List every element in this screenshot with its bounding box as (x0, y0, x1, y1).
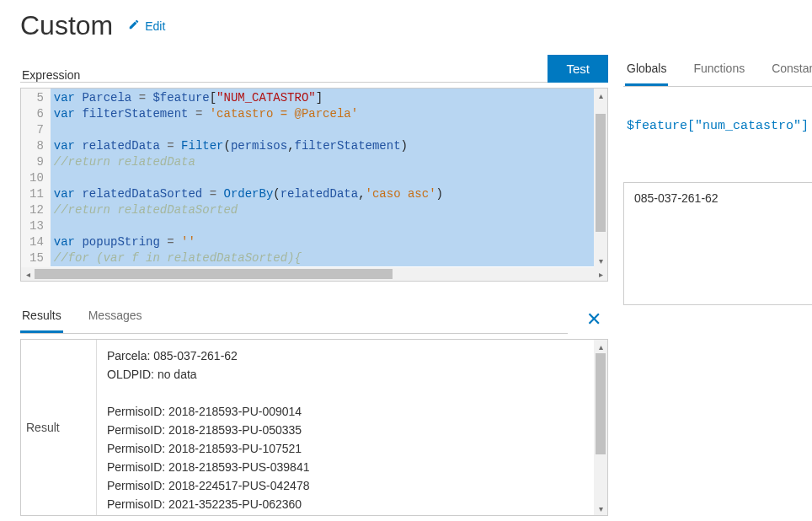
scroll-left-icon[interactable]: ◂ (21, 267, 35, 281)
tab-constants[interactable]: Constan (770, 55, 812, 86)
scroll-right-icon[interactable]: ▸ (594, 267, 607, 281)
code-editor[interactable]: 5678910111213141516 var Parcela = $featu… (20, 88, 608, 282)
scroll-down-icon[interactable]: ▾ (594, 502, 607, 515)
global-value-box: 085-037-261-62 (623, 182, 812, 305)
tab-globals[interactable]: Globals (625, 55, 668, 86)
page-title: Custom (20, 10, 113, 41)
result-vertical-scrollbar[interactable]: ▴ ▾ (594, 340, 607, 515)
code-gutter: 5678910111213141516 (21, 89, 51, 267)
test-button[interactable]: Test (548, 55, 608, 83)
edit-button[interactable]: Edit (128, 19, 165, 33)
scroll-thumb[interactable] (596, 114, 606, 232)
result-output: Parcela: 085-037-261-62OLDPID: no data P… (97, 340, 594, 515)
tab-results[interactable]: Results (20, 302, 63, 333)
scroll-down-icon[interactable]: ▾ (594, 254, 607, 267)
code-body[interactable]: var Parcela = $feature["NUM_CATASTRO"]va… (51, 89, 594, 267)
scroll-up-icon[interactable]: ▴ (594, 89, 607, 102)
tab-functions[interactable]: Functions (692, 55, 746, 86)
editor-horizontal-scrollbar[interactable]: ◂ ▸ (21, 267, 607, 281)
hscroll-thumb[interactable] (35, 269, 393, 279)
scroll-thumb[interactable] (596, 353, 606, 454)
editor-vertical-scrollbar[interactable]: ▴ ▾ (594, 89, 607, 267)
tab-messages[interactable]: Messages (87, 302, 144, 333)
close-icon[interactable]: ✕ (580, 305, 608, 334)
scroll-up-icon[interactable]: ▴ (594, 340, 607, 353)
edit-label: Edit (145, 19, 165, 33)
result-row-label: Result (21, 340, 97, 515)
global-value: 085-037-261-62 (634, 191, 719, 205)
pencil-icon (128, 19, 140, 33)
global-feature-expression[interactable]: $feature["num_catastro"] (623, 119, 812, 133)
hscroll-track[interactable] (35, 267, 594, 281)
